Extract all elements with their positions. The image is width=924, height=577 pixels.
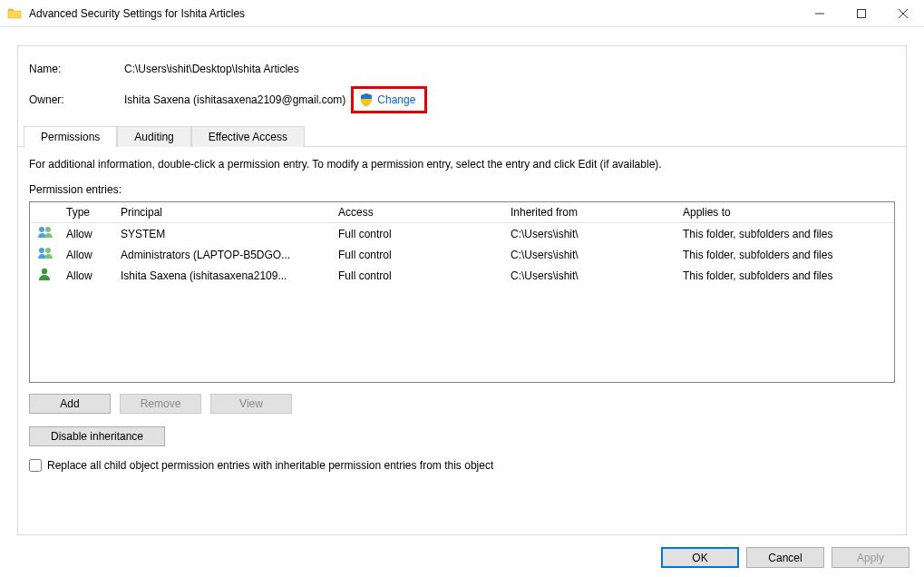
tab-effective-access[interactable]: Effective Access: [191, 126, 305, 147]
col-inherited[interactable]: Inherited from: [503, 202, 676, 223]
cell-inherited: C:\Users\ishit\: [503, 223, 676, 245]
change-owner-highlight: Change: [351, 86, 427, 113]
col-access[interactable]: Access: [331, 202, 503, 223]
cell-inherited: C:\Users\ishit\: [503, 265, 676, 286]
tab-strip: Permissions Auditing Effective Access: [18, 124, 906, 147]
window-title: Advanced Security Settings for Ishita Ar…: [29, 7, 245, 20]
replace-children-label: Replace all child object permission entr…: [47, 459, 493, 472]
replace-children-row[interactable]: Replace all child object permission entr…: [29, 459, 895, 472]
col-icon[interactable]: [30, 202, 59, 223]
change-owner-link[interactable]: Change: [377, 93, 415, 106]
replace-children-checkbox[interactable]: [29, 459, 42, 472]
close-button[interactable]: [882, 0, 924, 26]
table-row[interactable]: AllowAdministrators (LAPTOP-B5DGO...Full…: [30, 244, 894, 265]
cell-inherited: C:\Users\ishit\: [503, 244, 676, 265]
cell-type: Allow: [59, 223, 113, 245]
permission-table-container: Type Principal Access Inherited from App…: [29, 201, 895, 383]
cell-access: Full control: [331, 265, 503, 286]
disable-inheritance-button[interactable]: Disable inheritance: [29, 426, 165, 446]
table-row[interactable]: AllowSYSTEMFull controlC:\Users\ishit\Th…: [30, 223, 894, 245]
panel-description: For additional information, double-click…: [29, 158, 895, 171]
owner-value: Ishita Saxena (ishitasaxena2109@gmail.co…: [124, 93, 345, 106]
minimize-button[interactable]: [799, 0, 841, 26]
apply-button[interactable]: Apply: [832, 547, 909, 568]
svg-point-3: [39, 248, 44, 253]
add-button[interactable]: Add: [29, 394, 111, 414]
shield-icon: [359, 93, 374, 107]
cell-type: Allow: [59, 265, 113, 286]
ok-button[interactable]: OK: [661, 547, 739, 568]
cell-applies: This folder, subfolders and files: [676, 244, 894, 265]
svg-point-5: [42, 269, 47, 274]
group-icon: [37, 226, 52, 239]
tab-permissions[interactable]: Permissions: [24, 126, 117, 148]
folder-icon: [7, 6, 22, 21]
name-label: Name:: [29, 63, 124, 75]
cell-applies: This folder, subfolders and files: [676, 223, 894, 245]
permission-entries-label: Permission entries:: [29, 183, 895, 196]
cancel-button[interactable]: Cancel: [746, 547, 824, 568]
table-row[interactable]: AllowIshita Saxena (ishitasaxena2109...F…: [30, 265, 894, 286]
name-value: C:\Users\ishit\Desktop\Ishita Articles: [124, 63, 299, 75]
col-principal[interactable]: Principal: [113, 202, 331, 223]
user-icon: [37, 268, 52, 280]
svg-rect-0: [858, 9, 866, 17]
tab-auditing[interactable]: Auditing: [117, 126, 190, 147]
maximize-button[interactable]: [841, 0, 882, 26]
permission-table: Type Principal Access Inherited from App…: [30, 202, 894, 286]
cell-principal: SYSTEM: [113, 223, 331, 245]
content-panel: Name: C:\Users\ishit\Desktop\Ishita Arti…: [17, 45, 907, 535]
col-type[interactable]: Type: [59, 202, 113, 223]
group-icon: [37, 247, 52, 259]
cell-access: Full control: [331, 223, 503, 245]
svg-point-2: [45, 227, 51, 232]
remove-button[interactable]: Remove: [120, 394, 201, 414]
col-applies[interactable]: Applies to: [676, 202, 894, 223]
view-button[interactable]: View: [210, 394, 292, 414]
tab-panel-permissions: For additional information, double-click…: [18, 147, 906, 483]
svg-point-1: [39, 227, 44, 232]
cell-applies: This folder, subfolders and files: [676, 265, 894, 286]
owner-label: Owner:: [29, 93, 124, 106]
title-bar: Advanced Security Settings for Ishita Ar…: [0, 0, 924, 27]
svg-point-4: [45, 248, 51, 253]
cell-access: Full control: [331, 244, 503, 265]
cell-principal: Administrators (LAPTOP-B5DGO...: [113, 244, 331, 265]
window-controls: [799, 0, 924, 26]
cell-principal: Ishita Saxena (ishitasaxena2109...: [113, 265, 331, 286]
dialog-button-bar: OK Cancel Apply: [661, 547, 909, 568]
cell-type: Allow: [59, 244, 113, 265]
